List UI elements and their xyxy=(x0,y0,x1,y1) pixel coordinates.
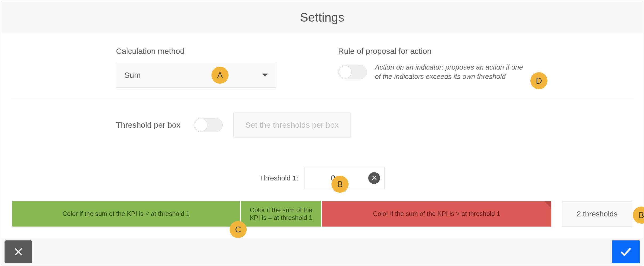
close-icon: ✕ xyxy=(13,245,24,259)
band-greater-than[interactable]: Color if the sum of the KPI is > at thre… xyxy=(322,201,551,227)
calc-method-column: Calculation method Sum xyxy=(116,47,306,88)
calc-method-label: Calculation method xyxy=(116,47,306,56)
color-bands-row: Color if the sum of the KPI is < at thre… xyxy=(12,201,632,227)
rule-column: Rule of proposal for action Action on an… xyxy=(338,47,528,81)
band-equal[interactable]: Color if the sum of the KPI is = at thre… xyxy=(241,201,322,227)
rule-toggle[interactable] xyxy=(338,65,367,79)
dialog-content: Calculation method Sum Rule of proposal … xyxy=(1,33,643,189)
threshold-1-input[interactable] xyxy=(309,174,357,183)
chevron-down-icon xyxy=(262,74,268,77)
top-row: Calculation method Sum Rule of proposal … xyxy=(116,47,528,88)
rule-toggle-row: Action on an indicator: proposes an acti… xyxy=(338,63,528,81)
dialog-footer: ✕ xyxy=(1,239,643,265)
threshold-1-label: Threshold 1: xyxy=(260,174,298,182)
threshold-1-row: Threshold 1: ✕ xyxy=(116,167,528,189)
settings-dialog: Settings Calculation method Sum Rule of … xyxy=(1,1,643,265)
threshold-per-box-label: Threshold per box xyxy=(116,120,181,130)
clear-threshold-icon[interactable]: ✕ xyxy=(368,172,380,184)
color-bands: Color if the sum of the KPI is < at thre… xyxy=(12,201,551,227)
dialog-header: Settings xyxy=(1,1,643,33)
toggle-knob xyxy=(339,66,352,78)
thresholds-count-button[interactable]: 2 thresholds xyxy=(562,201,632,227)
cancel-button[interactable]: ✕ xyxy=(5,240,32,263)
check-icon xyxy=(619,245,632,258)
threshold-1-input-wrap: ✕ xyxy=(305,167,385,189)
calc-method-value: Sum xyxy=(124,71,141,80)
toggle-knob xyxy=(195,119,207,131)
threshold-per-box-toggle[interactable] xyxy=(194,118,223,132)
annotation-marker-b-2: B xyxy=(633,207,644,224)
confirm-button[interactable] xyxy=(612,240,640,263)
threshold-per-box-row: Threshold per box Set the thresholds per… xyxy=(116,112,528,138)
rule-description: Action on an indicator: proposes an acti… xyxy=(375,63,528,81)
calc-method-select[interactable]: Sum xyxy=(116,63,276,88)
set-thresholds-per-box-button: Set the thresholds per box xyxy=(233,112,351,138)
rule-label: Rule of proposal for action xyxy=(338,47,528,56)
band-less-than[interactable]: Color if the sum of the KPI is < at thre… xyxy=(12,201,241,227)
section-divider xyxy=(11,100,634,100)
dialog-title: Settings xyxy=(300,10,344,25)
